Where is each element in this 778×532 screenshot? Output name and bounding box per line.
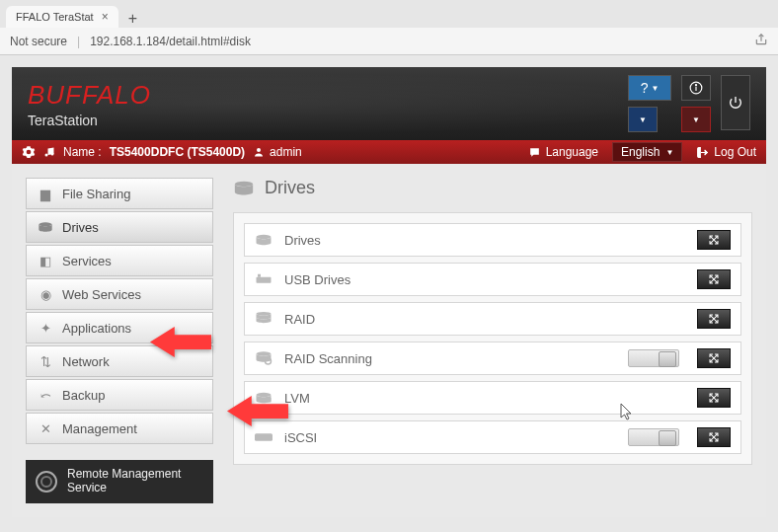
sidebar-item-management[interactable]: ✕Management <box>26 413 213 444</box>
drive-icon <box>37 221 54 233</box>
info-bar: Name : TS5400DDFC (TS5400D) admin Langua… <box>12 140 766 164</box>
share-icon[interactable] <box>754 33 768 49</box>
page-title: Drives <box>233 178 752 198</box>
new-tab-button[interactable]: + <box>118 10 147 28</box>
svg-point-5 <box>257 148 261 152</box>
drives-panel: Drives USB Drives RAID RAID Scanning <box>233 212 752 465</box>
apps-icon: ✦ <box>37 321 54 336</box>
globe-icon: ◉ <box>37 287 54 302</box>
sidebar-item-label: Services <box>62 254 112 268</box>
svg-point-2 <box>695 85 696 86</box>
sidebar-item-services[interactable]: ◧Services <box>26 245 213 276</box>
expand-button[interactable] <box>697 230 731 250</box>
row-usb-drives: USB Drives <box>244 263 741 296</box>
folder-icon: ▆ <box>37 187 54 201</box>
user-link[interactable]: admin <box>253 145 302 159</box>
row-label: RAID Scanning <box>284 351 618 366</box>
power-icon <box>728 95 743 111</box>
language-label: Language <box>546 145 598 159</box>
sidebar-item-label: Web Services <box>62 287 141 302</box>
main-area: ▆File Sharing Drives ◧Services ◉Web Serv… <box>12 164 766 517</box>
chevron-down-icon: ▼ <box>665 148 673 157</box>
expand-button[interactable] <box>697 269 731 289</box>
content-area: Drives Drives USB Drives RAID <box>233 178 752 503</box>
brand-product: TeraStation <box>28 113 151 128</box>
dropdown-button[interactable]: ▼ <box>628 107 658 132</box>
sidebar-item-label: Network <box>62 354 110 369</box>
sidebar-item-drives[interactable]: Drives <box>26 211 213 243</box>
backup-icon: ⤺ <box>37 388 54 403</box>
sidebar-item-label: Drives <box>62 220 99 235</box>
drive-icon <box>233 180 255 197</box>
logout-link[interactable]: Log Out <box>696 145 756 159</box>
url-text[interactable]: 192.168.1.184/detail.html#disk <box>90 35 251 48</box>
row-label: USB Drives <box>284 272 687 287</box>
annotation-arrow <box>227 393 288 434</box>
name-label: Name : <box>63 145 102 159</box>
remote-line1: Remote Management <box>67 467 181 481</box>
row-drives: Drives <box>244 223 741 257</box>
drive-icon <box>255 233 274 247</box>
sidebar-item-label: Backup <box>62 388 105 403</box>
language-select[interactable]: English ▼ <box>612 142 682 162</box>
svg-point-9 <box>257 235 272 240</box>
chevron-down-icon: ▼ <box>639 115 647 124</box>
row-lvm: LVM <box>244 381 741 415</box>
language-link[interactable]: Language <box>528 145 598 159</box>
svg-point-8 <box>235 181 253 187</box>
sidebar-item-label: Management <box>62 421 137 436</box>
sidebar-item-web-services[interactable]: ◉Web Services <box>26 278 213 310</box>
expand-button[interactable] <box>697 427 731 447</box>
row-label: iSCSI <box>284 430 618 445</box>
app-window: BUFFALO TeraStation ?▼ ▼ ▼ <box>12 67 766 517</box>
annotation-arrow <box>150 324 211 365</box>
svg-rect-17 <box>255 433 272 441</box>
power-button[interactable] <box>721 75 750 130</box>
address-separator: | <box>77 35 80 48</box>
remote-management-banner[interactable]: Remote ManagementService <box>26 460 213 503</box>
page-header: BUFFALO TeraStation ?▼ ▼ ▼ <box>12 67 766 140</box>
svg-point-12 <box>257 312 272 316</box>
logout-icon <box>696 146 709 159</box>
alert-dropdown[interactable]: ▼ <box>681 107 711 132</box>
toggle-switch[interactable] <box>628 349 679 367</box>
gear-icon[interactable] <box>22 145 36 159</box>
music-note-icon[interactable] <box>43 146 55 158</box>
brand-logo: BUFFALO <box>28 80 151 111</box>
expand-button[interactable] <box>697 388 731 408</box>
security-status: Not secure <box>10 35 67 48</box>
sidebar-item-backup[interactable]: ⤺Backup <box>26 379 213 411</box>
info-icon <box>689 81 703 95</box>
help-button[interactable]: ?▼ <box>628 75 671 101</box>
scan-icon <box>255 350 274 366</box>
swirl-icon <box>36 471 57 493</box>
toggle-switch[interactable] <box>628 428 679 446</box>
row-label: Drives <box>284 233 687 248</box>
svg-marker-19 <box>227 396 288 426</box>
network-icon: ⇅ <box>37 354 54 369</box>
expand-button[interactable] <box>697 348 731 368</box>
svg-rect-10 <box>257 277 272 283</box>
user-icon <box>253 146 265 158</box>
chevron-down-icon: ▼ <box>651 84 659 93</box>
services-icon: ◧ <box>37 254 54 268</box>
remote-line2: Service <box>67 481 107 494</box>
browser-tab[interactable]: FFALO TeraStat × <box>6 6 118 28</box>
address-bar: Not secure | 192.168.1.184/detail.html#d… <box>0 28 778 55</box>
svg-point-4 <box>51 153 54 156</box>
close-icon[interactable]: × <box>102 10 109 24</box>
chevron-down-icon: ▼ <box>692 115 700 124</box>
expand-button[interactable] <box>697 309 731 329</box>
svg-rect-11 <box>258 274 261 277</box>
row-label: RAID <box>284 312 687 327</box>
svg-point-7 <box>39 222 51 226</box>
svg-point-13 <box>257 351 272 356</box>
sidebar-item-label: Applications <box>62 321 131 336</box>
sidebar-item-file-sharing[interactable]: ▆File Sharing <box>26 178 213 209</box>
help-icon: ? <box>641 80 649 96</box>
info-button[interactable] <box>681 75 711 101</box>
user-name: admin <box>270 145 302 159</box>
row-iscsi: iSCSI <box>244 420 741 454</box>
cursor-icon <box>620 403 634 423</box>
browser-tab-strip: FFALO TeraStat × + <box>0 0 778 28</box>
